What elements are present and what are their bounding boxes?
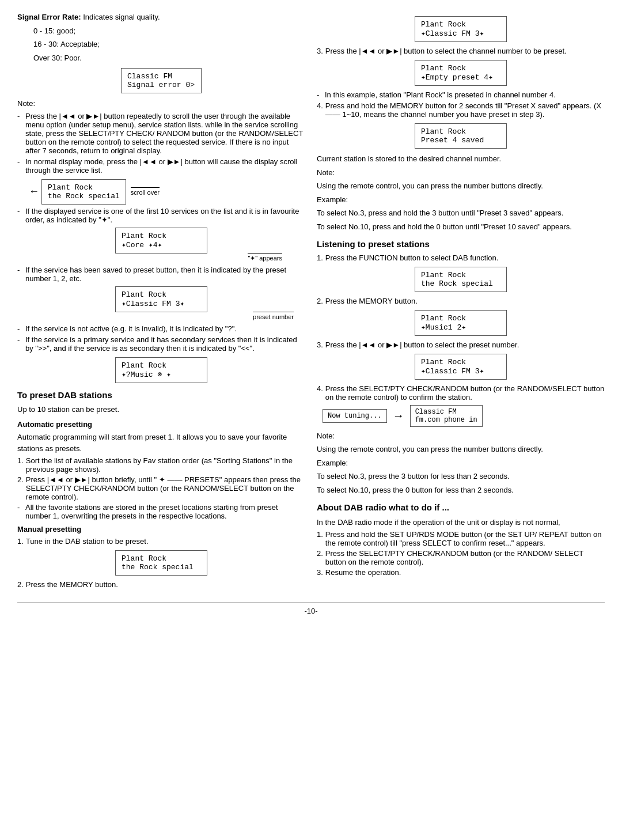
left-arrow-icon: ← xyxy=(29,186,39,198)
music-display-area: Plant Rock ✦?Music ⊗ ✦ xyxy=(17,357,305,383)
about-title: About DAB radio what to do if ... xyxy=(317,501,605,514)
manual-display: Plant Rock the Rock special xyxy=(115,550,207,576)
manual-display-area: Plant Rock the Rock special xyxy=(17,550,305,576)
left-column: Signal Error Rate: Indicates signal qual… xyxy=(17,12,305,589)
to-preset-title: To preset DAB stations xyxy=(17,389,305,402)
listening-title: Listening to preset stations xyxy=(317,238,605,251)
empty-preset-display: Plant Rock ✦Empty preset 4✦ xyxy=(317,60,605,86)
example2-label: Example: xyxy=(317,194,605,206)
scroll-annotation: scroll over xyxy=(131,187,160,196)
listen-display-1: Plant Rock the Rock special xyxy=(317,267,605,292)
preset-annotation: preset number xyxy=(253,312,294,320)
classic-display-top: Plant Rock ✦Classic FM 3✦ xyxy=(317,16,605,42)
note2-text: Using the remote control, you can press … xyxy=(317,180,605,192)
scroll-display: Plant Rock the Rock special xyxy=(41,179,126,205)
fav-display: Plant Rock ✦Core ✦4✦ xyxy=(115,228,207,253)
example2-line1: To select No.3, press and hold the 3 but… xyxy=(317,207,605,219)
scroll-display-area: ← Plant Rock the Rock special scroll ove… xyxy=(29,179,305,205)
tuning-display-area: Now tuning... → Classic FM fm.com phone … xyxy=(323,405,605,427)
preset-saved-display: Plant Rock Preset 4 saved xyxy=(317,123,605,149)
note-bullets: - Press the |◄◄ or ▶►| button repeatedly… xyxy=(17,112,305,175)
note3-text: Using the remote control, you can press … xyxy=(317,444,605,455)
now-tuning-display: Now tuning... xyxy=(323,409,387,423)
page-number: -10- xyxy=(17,603,605,615)
preset-display: Plant Rock ✦Classic FM 3✦ xyxy=(115,286,207,312)
to-preset-subtitle: Up to 10 station can be preset. xyxy=(17,404,305,415)
arrow-icon: → xyxy=(393,409,404,422)
auto-presetting-desc: Automatic programming will start from pr… xyxy=(17,432,305,454)
page-content: Signal Error Rate: Indicates signal qual… xyxy=(17,12,605,589)
about-desc: In the DAB radio mode if the operation o… xyxy=(317,517,605,528)
note-label-3: Note: xyxy=(317,430,605,442)
note-label-2: Note: xyxy=(317,167,605,179)
example3-label: Example: xyxy=(317,457,605,469)
right-column: Plant Rock ✦Classic FM 3✦ 3. Press the |… xyxy=(317,12,605,589)
preset-display-area: Plant Rock ✦Classic FM 3✦ preset number xyxy=(17,286,305,321)
saved-note: Current station is stored to the desired… xyxy=(317,153,605,165)
music-display: Plant Rock ✦?Music ⊗ ✦ xyxy=(115,357,207,383)
fav-display-area: Plant Rock ✦Core ✦4✦ "✦" appears xyxy=(17,228,305,262)
example3-line1: To select No.3, press the 3 button for l… xyxy=(317,471,605,482)
auto-presetting-title: Automatic presetting xyxy=(17,419,305,430)
about-steps: 1. Press and hold the SET UP/RDS MODE bu… xyxy=(317,530,605,577)
signal-rates: 0 - 15: good; 16 - 30: Acceptable; Over … xyxy=(33,25,305,64)
classic-3b-display: Plant Rock ✦Classic FM 3✦ xyxy=(317,354,605,380)
note-label-1: Note: xyxy=(17,98,305,109)
example2-line2: To select No.10, press and hold the 0 bu… xyxy=(317,221,605,233)
music2-display: Plant Rock ✦Music1 2✦ xyxy=(317,310,605,336)
manual-presetting-title: Manual presetting xyxy=(17,524,305,535)
signal-error-display: Classic FM Signal error 0> xyxy=(17,68,305,93)
signal-error-title: Signal Error Rate: Indicates signal qual… xyxy=(17,12,305,23)
auto-steps: 1. Sort the list of available stations b… xyxy=(17,456,305,520)
classic-fm-display: Classic FM fm.com phone in xyxy=(410,405,483,427)
fav-annotation: "✦" appears xyxy=(248,253,282,262)
example3-line2: To select No.10, press the 0 button for … xyxy=(317,485,605,496)
